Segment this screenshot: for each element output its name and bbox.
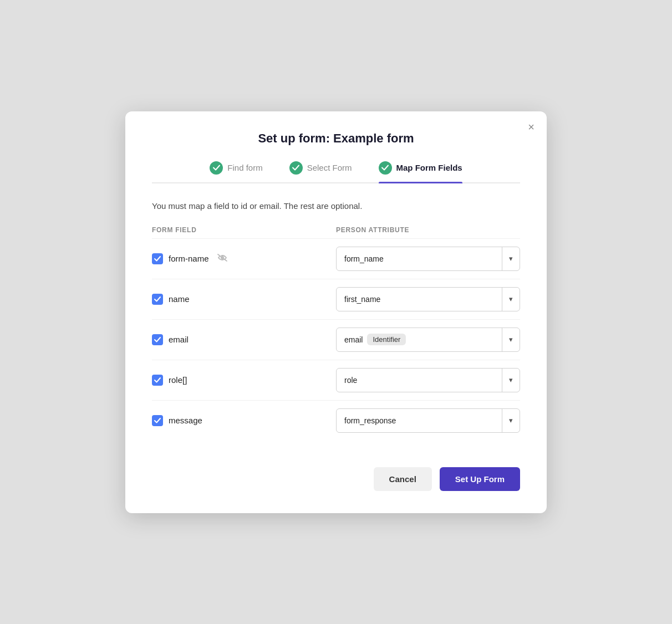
- step-label-map-form-fields: Map Form Fields: [396, 163, 462, 172]
- select-value-form-name: form_name: [337, 249, 502, 269]
- step-label-select-form: Select Form: [307, 163, 352, 172]
- select-form-name[interactable]: form_name ▾: [336, 247, 520, 271]
- field-left-form-name: form-name: [152, 253, 336, 264]
- field-row-email: email email Identifier ▾: [152, 319, 520, 360]
- header-person-attribute: PERSON ATTRIBUTE: [336, 226, 520, 234]
- step-check-map-form-fields: [379, 161, 392, 175]
- select-name[interactable]: first_name ▾: [336, 287, 520, 311]
- field-right-form-name: form_name ▾: [336, 247, 520, 271]
- field-right-role: role ▾: [336, 368, 520, 392]
- select-arrow-message[interactable]: ▾: [502, 409, 520, 432]
- select-arrow-form-name[interactable]: ▾: [502, 247, 520, 270]
- step-map-form-fields: Map Form Fields: [379, 161, 462, 182]
- field-left-role: role[]: [152, 375, 336, 386]
- field-headers: FORM FIELD PERSON ATTRIBUTE: [152, 226, 520, 234]
- select-value-email: email Identifier: [337, 328, 502, 351]
- field-row-form-name: form-name form_name ▾: [152, 238, 520, 279]
- info-text: You must map a field to id or email. The…: [152, 201, 520, 211]
- field-name-message: message: [169, 416, 202, 425]
- select-arrow-name[interactable]: ▾: [502, 288, 520, 311]
- select-arrow-email[interactable]: ▾: [502, 328, 520, 351]
- close-button[interactable]: ×: [528, 121, 534, 132]
- field-name-form-name: form-name: [169, 254, 209, 263]
- field-name-name: name: [169, 294, 190, 304]
- field-right-email: email Identifier ▾: [336, 328, 520, 352]
- setup-form-modal: × Set up form: Example form Find form Se…: [125, 111, 547, 513]
- checkbox-message[interactable]: [152, 415, 163, 426]
- select-arrow-role[interactable]: ▾: [502, 369, 520, 392]
- identifier-badge: Identifier: [367, 334, 406, 345]
- step-label-find-form: Find form: [227, 163, 262, 172]
- field-name-email: email: [169, 335, 189, 344]
- field-name-role: role[]: [169, 375, 187, 385]
- field-right-message: form_response ▾: [336, 408, 520, 433]
- step-check-find-form: [210, 161, 223, 175]
- step-select-form: Select Form: [289, 161, 352, 182]
- select-email[interactable]: email Identifier ▾: [336, 328, 520, 352]
- header-form-field: FORM FIELD: [152, 226, 336, 234]
- footer: Cancel Set Up Form: [152, 461, 520, 491]
- select-role[interactable]: role ▾: [336, 368, 520, 392]
- select-value-message: form_response: [337, 411, 502, 431]
- eye-off-icon: [217, 253, 228, 264]
- cancel-button[interactable]: Cancel: [374, 467, 432, 491]
- checkbox-role[interactable]: [152, 375, 163, 386]
- field-left-email: email: [152, 334, 336, 345]
- select-message[interactable]: form_response ▾: [336, 408, 520, 433]
- checkbox-name[interactable]: [152, 294, 163, 305]
- setup-form-button[interactable]: Set Up Form: [440, 467, 520, 491]
- step-find-form: Find form: [210, 161, 262, 182]
- stepper: Find form Select Form Map Form Fields: [152, 161, 520, 183]
- checkbox-email[interactable]: [152, 334, 163, 345]
- field-row-name: name first_name ▾: [152, 279, 520, 319]
- step-check-select-form: [289, 161, 303, 175]
- field-row-message: message form_response ▾: [152, 400, 520, 441]
- select-value-role: role: [337, 370, 502, 390]
- field-left-message: message: [152, 415, 336, 426]
- checkbox-form-name[interactable]: [152, 253, 163, 264]
- field-row-role: role[] role ▾: [152, 360, 520, 400]
- select-value-name: first_name: [337, 289, 502, 309]
- field-right-name: first_name ▾: [336, 287, 520, 311]
- modal-title: Set up form: Example form: [152, 131, 520, 146]
- field-left-name: name: [152, 294, 336, 305]
